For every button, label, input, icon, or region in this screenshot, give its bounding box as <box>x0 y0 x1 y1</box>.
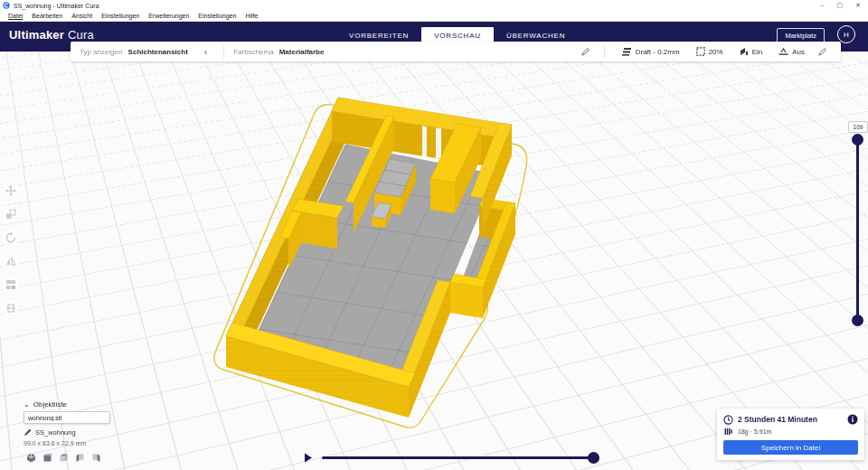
menu-ansicht[interactable]: Ansicht <box>67 13 97 19</box>
info-icon[interactable] <box>847 414 858 425</box>
playback-handle[interactable] <box>588 452 599 464</box>
support-value: Ein <box>752 48 763 56</box>
per-model-settings-icon <box>5 279 16 290</box>
play-icon[interactable] <box>304 453 313 463</box>
print-profile-setting[interactable]: Draft - 0.2mm <box>622 47 680 56</box>
cura-window: SS_wohnung - Ultimaker Cura – ▢ ✕ Datei … <box>0 0 868 470</box>
layer-slider-lower-handle[interactable] <box>852 315 863 326</box>
collapse-panel-icon[interactable]: ‹ <box>204 47 207 57</box>
support-blocker-button[interactable] <box>3 300 18 315</box>
account-avatar[interactable]: H <box>837 25 855 43</box>
scale-icon <box>5 209 16 220</box>
simulation-playback <box>304 450 613 466</box>
per-model-settings-button[interactable] <box>3 277 18 292</box>
support-icon <box>740 47 749 56</box>
material-usage: 18g · 5.91m <box>738 428 771 435</box>
divider <box>223 45 224 58</box>
menu-erweiterungen[interactable]: Erweiterungen <box>144 13 193 19</box>
edit-view-settings-icon[interactable] <box>581 48 590 56</box>
profile-value: Draft - 0.2mm <box>636 48 680 56</box>
maximize-icon[interactable]: ▢ <box>837 0 844 11</box>
edit-pencil-icon <box>24 428 32 437</box>
mirror-icon <box>5 256 16 267</box>
print-summary-card: 2 Stunden 41 Minuten 18g · 5.91m Speiche… <box>717 409 864 460</box>
support-blocker-icon <box>5 303 16 314</box>
layer-number-badge: 109 <box>848 121 868 133</box>
caret-down-icon: ⌄ <box>24 400 30 409</box>
color-scheme-dropdown[interactable]: Materialfarbe <box>279 48 325 56</box>
menu-datei[interactable]: Datei <box>4 13 27 19</box>
support-setting[interactable]: Ein <box>740 47 763 56</box>
save-to-file-button[interactable]: Speichern in Datei <box>723 440 858 455</box>
cura-app-icon <box>3 2 10 9</box>
menu-einstellungen[interactable]: Einstellungen <box>97 13 144 19</box>
layer-slider-track[interactable] <box>856 139 859 320</box>
object-list-panel: ⌄ Objektliste SS_wohnung 99.0 x 83.6 x 2… <box>24 400 110 446</box>
mirror-tool-button[interactable] <box>3 253 18 268</box>
view-type-label: Typ anzeigen <box>80 48 123 56</box>
move-tool-button[interactable] <box>3 183 18 198</box>
adhesion-setting[interactable]: Aus <box>778 47 805 56</box>
printer-row[interactable]: SS_wohnung <box>24 428 110 437</box>
minimize-icon[interactable]: – <box>821 0 825 11</box>
edit-print-settings-icon[interactable] <box>818 48 826 56</box>
rotate-tool-button[interactable] <box>3 230 18 245</box>
object-list-title: Objektliste <box>33 400 67 409</box>
move-icon <box>5 185 16 196</box>
view-left-icon[interactable] <box>74 452 86 464</box>
scale-tool-button[interactable] <box>3 206 18 221</box>
object-name-field[interactable] <box>24 411 110 424</box>
window-title: SS_wohnung - Ultimaker Cura <box>14 3 99 9</box>
rotate-icon <box>5 232 16 243</box>
menu-hilfe[interactable]: Hilfe <box>241 13 262 19</box>
adhesion-value: Aus <box>792 48 805 56</box>
tool-column <box>3 183 18 315</box>
3d-viewport[interactable] <box>0 52 868 470</box>
layer-slider: 109 <box>848 121 868 340</box>
menu-bearbeiten[interactable]: Bearbeiten <box>27 13 67 19</box>
brand-regular: Cura <box>68 28 94 42</box>
playback-track[interactable] <box>322 456 591 459</box>
menu-voreinstellungen[interactable]: Einstellungen <box>193 13 241 19</box>
title-bar: SS_wohnung - Ultimaker Cura – ▢ ✕ <box>0 0 868 11</box>
build-plate-grid <box>0 52 868 470</box>
view-front-icon[interactable] <box>42 452 53 464</box>
print-time-estimate: 2 Stunden 41 Minuten <box>738 415 843 424</box>
camera-view-presets <box>25 452 102 464</box>
color-scheme-label: Farbschema <box>233 48 273 56</box>
infill-setting[interactable]: 20% <box>696 47 723 56</box>
layers-icon <box>622 47 632 56</box>
divider <box>604 45 605 58</box>
infill-icon <box>696 47 705 56</box>
view-right-icon[interactable] <box>90 452 102 464</box>
view-top-icon[interactable] <box>58 452 70 464</box>
brand-bold: Ultimaker <box>9 28 64 42</box>
model-dimensions: 99.0 x 83.6 x 22.9 mm <box>24 440 110 446</box>
brand-logo: Ultimaker Cura <box>9 28 94 42</box>
view-3d-icon[interactable] <box>25 452 37 464</box>
stage-menu-bar: Typ anzeigen Schichtenansicht ‹ Farbsche… <box>71 42 841 61</box>
layer-slider-upper-handle[interactable] <box>852 134 863 146</box>
close-icon[interactable]: ✕ <box>855 0 861 11</box>
material-spool-icon <box>724 428 733 436</box>
printer-name: SS_wohnung <box>35 428 76 437</box>
view-type-dropdown[interactable]: Schichtenansicht <box>128 48 188 56</box>
clock-icon <box>723 415 733 425</box>
menu-bar: Datei Bearbeiten Ansicht Einstellungen E… <box>0 11 868 22</box>
infill-value: 20% <box>709 48 723 56</box>
adhesion-icon <box>778 47 788 56</box>
object-list-header[interactable]: ⌄ Objektliste <box>24 400 110 409</box>
